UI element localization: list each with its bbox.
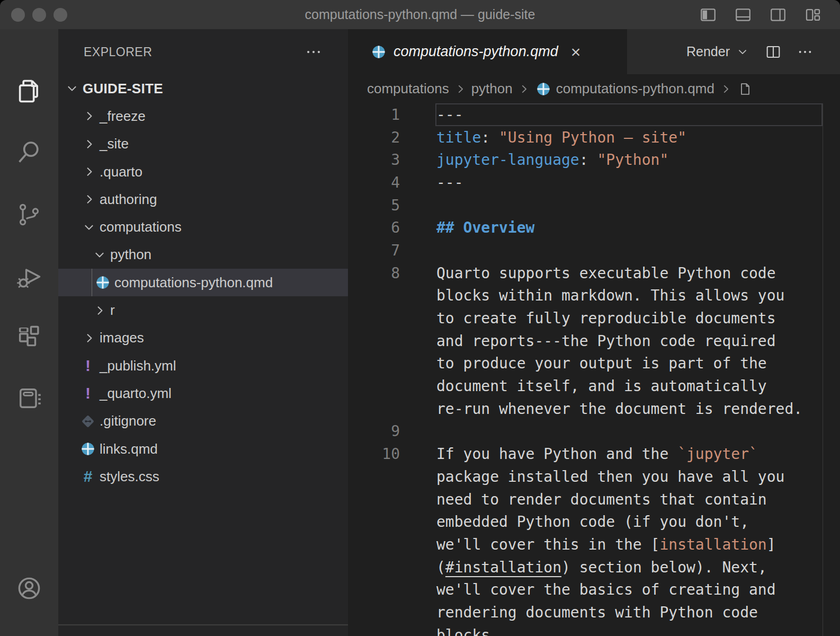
tree-item-label: authoring — [100, 191, 157, 208]
tree-item--gitignore[interactable]: .gitignore — [58, 408, 348, 435]
tree-item--freeze[interactable]: _freeze — [58, 102, 348, 130]
code-line-row[interactable]: embedded Python code (if you don't, — [348, 510, 840, 533]
chevron-right-icon[interactable] — [82, 109, 96, 123]
code-line-row[interactable]: we'll cover the basics of creating and — [348, 578, 840, 601]
layout-sidebar-left-icon[interactable] — [699, 6, 717, 24]
file-icon — [737, 80, 754, 98]
tree-item-guide-site[interactable]: GUIDE-SITE — [58, 75, 348, 102]
more-actions-icon[interactable] — [797, 43, 814, 60]
explorer-sidebar: EXPLORER GUIDE-SITE_freeze_site.quartoau… — [58, 29, 348, 636]
code-line-row[interactable]: 10If you have Python and the `jupyter` — [348, 443, 840, 465]
file-tree: GUIDE-SITE_freeze_site.quartoauthoringco… — [58, 75, 348, 490]
chevron-down-icon[interactable] — [92, 248, 107, 262]
tab-label: computations-python.qmd — [394, 43, 558, 60]
breadcrumb-item-computations-python-qmd[interactable]: computations-python.qmd — [535, 80, 714, 98]
render-button[interactable]: Render — [686, 44, 750, 59]
chevron-down-icon[interactable] — [82, 220, 96, 235]
code-line-row[interactable]: to produce your output is part of the — [348, 352, 840, 375]
breadcrumb-item-computations[interactable]: computations — [367, 81, 449, 97]
quarto-icon — [535, 80, 552, 98]
code-line-row[interactable]: 7 — [348, 239, 840, 262]
activity-explorer[interactable] — [15, 77, 43, 105]
sidebar-header: EXPLORER — [58, 29, 348, 75]
activity-notebook[interactable] — [15, 384, 43, 412]
code-line-row[interactable]: 6## Overview — [348, 216, 840, 239]
code-line-row[interactable]: 1--- — [348, 103, 840, 126]
tree-item-python[interactable]: python — [58, 241, 348, 269]
line-number: 5 — [348, 197, 400, 214]
yaml-icon: ! — [79, 357, 96, 375]
layout-sidebar-right-icon[interactable] — [769, 6, 787, 24]
quarto-icon — [94, 273, 111, 292]
code-line-row[interactable]: package installed then you have all you — [348, 465, 840, 488]
code-line-row[interactable]: rendering documents with Python code — [348, 601, 840, 624]
tree-item-computations[interactable]: computations — [58, 213, 348, 241]
tree-item-label: .quarto — [100, 164, 142, 180]
activity-account[interactable] — [15, 575, 43, 602]
tree-item--quarto[interactable]: .quarto — [58, 158, 348, 186]
activity-source-control[interactable] — [15, 201, 43, 228]
chevron-right-icon — [454, 83, 466, 95]
code-line-row[interactable]: 4--- — [348, 171, 840, 194]
tree-item-images[interactable]: images — [58, 324, 348, 352]
breadcrumb-item-symbol[interactable] — [737, 80, 758, 98]
tree-item-label: _freeze — [100, 108, 146, 125]
code-line-row[interactable]: to create fully reproducible documents — [348, 307, 840, 330]
chevron-right-icon[interactable] — [82, 164, 96, 179]
code-line-row[interactable]: (#installation) section below). Next, — [348, 556, 840, 579]
code-line-row[interactable]: need to render documents that contain — [348, 488, 840, 511]
close-icon[interactable]: × — [571, 43, 581, 60]
line-number: 2 — [348, 129, 400, 146]
titlebar-layout-icons — [699, 0, 822, 29]
layout-panel-icon[interactable] — [734, 6, 752, 24]
chevron-right-icon[interactable] — [82, 331, 96, 346]
tree-item--quarto-yml[interactable]: !_quarto.yml — [58, 379, 348, 407]
tab-computations-python[interactable]: computations-python.qmd × — [348, 29, 627, 74]
activity-extensions[interactable] — [15, 322, 43, 349]
code-line-row[interactable]: document itself, and is automatically — [348, 375, 840, 398]
outline-section-header[interactable]: OUTLINE — [58, 627, 348, 636]
code-line-row[interactable]: we'll cover this in the [installation] — [348, 533, 840, 556]
code-line-row[interactable]: blocks within markdown. This allows you — [348, 285, 840, 307]
line-number: 1 — [348, 106, 400, 123]
chevron-right-icon[interactable] — [92, 303, 107, 318]
tree-item-computations-python-qmd[interactable]: computations-python.qmd — [58, 269, 348, 296]
chevron-right-icon[interactable] — [82, 137, 96, 152]
tree-item-r[interactable]: r — [58, 296, 348, 324]
editor-group: computations-python.qmd × Render computa… — [348, 29, 840, 636]
code-line-row[interactable]: 5 — [348, 194, 840, 217]
code-line-row[interactable]: blocks — [348, 624, 840, 636]
layout-customize-icon[interactable] — [804, 6, 822, 24]
explorer-actions-button[interactable] — [305, 43, 323, 63]
activity-search[interactable] — [15, 138, 43, 166]
chevron-right-icon — [720, 83, 731, 95]
chevron-down-icon[interactable] — [65, 81, 79, 96]
chevron-down-icon — [735, 45, 750, 59]
code-line-row[interactable]: re-run whenever the document is rendered… — [348, 398, 840, 420]
quarto-icon — [370, 43, 387, 61]
tree-item--site[interactable]: _site — [58, 130, 348, 158]
indent-guide — [92, 269, 92, 296]
line-number: 4 — [348, 174, 400, 191]
code-editor[interactable]: 1---2title: "Using Python – site"3jupyte… — [348, 103, 840, 636]
tree-item-label: _site — [100, 136, 129, 152]
tree-item-label: computations — [100, 219, 182, 235]
chevron-right-icon[interactable] — [82, 192, 96, 207]
activity-bar — [0, 29, 58, 636]
activity-run-debug[interactable] — [15, 263, 43, 291]
breadcrumb-item-python[interactable]: python — [471, 81, 513, 97]
tree-item-authoring[interactable]: authoring — [58, 186, 348, 213]
code-line-row[interactable]: and reports---the Python code required — [348, 330, 840, 352]
outline-divider — [58, 624, 348, 625]
code-line-row[interactable]: 9 — [348, 420, 840, 443]
split-editor-icon[interactable] — [765, 43, 782, 60]
code-line-row[interactable]: 3jupyter-language: "Python" — [348, 148, 840, 171]
line-number: 7 — [348, 242, 400, 259]
code-line-row[interactable]: 2title: "Using Python – site" — [348, 126, 840, 149]
tree-item-label: computations-python.qmd — [114, 275, 273, 291]
tree-item-label: .gitignore — [100, 413, 156, 429]
tree-item-links-qmd[interactable]: links.qmd — [58, 435, 348, 463]
code-line-row[interactable]: 8Quarto supports executable Python code — [348, 262, 840, 285]
tree-item-styles-css[interactable]: #styles.css — [58, 463, 348, 490]
tree-item--publish-yml[interactable]: !_publish.yml — [58, 352, 348, 379]
